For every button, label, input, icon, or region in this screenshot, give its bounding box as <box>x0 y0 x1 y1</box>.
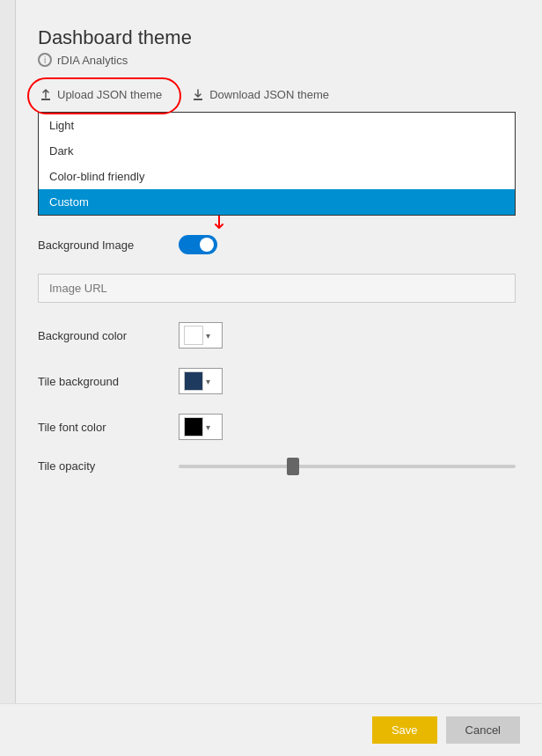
background-color-chevron: ▾ <box>206 331 210 341</box>
background-color-swatch <box>184 326 203 345</box>
toggle-thumb <box>200 238 214 252</box>
tile-background-label: Tile background <box>38 375 179 388</box>
background-color-label: Background color <box>38 329 179 342</box>
left-strip <box>0 0 16 756</box>
image-url-input[interactable] <box>38 274 516 303</box>
dropdown-list: Light Dark Color-blind friendly Custom <box>38 112 516 216</box>
tile-font-color-swatch <box>184 417 203 437</box>
save-button[interactable]: Save <box>372 716 437 744</box>
page-title: Dashboard theme <box>38 26 516 49</box>
main-content: Dashboard theme i rDIA Analytics Upload … <box>16 0 542 756</box>
tile-font-color-row: Tile font color ▾ <box>38 414 516 440</box>
cancel-button[interactable]: Cancel <box>446 716 520 744</box>
upload-icon <box>40 89 52 101</box>
background-image-toggle[interactable] <box>179 235 217 254</box>
upload-json-button[interactable]: Upload JSON theme <box>38 84 164 105</box>
red-arrow-annotation <box>214 216 224 235</box>
dropdown-item-light[interactable]: Light <box>39 113 515 138</box>
background-image-label: Background Image <box>38 239 179 252</box>
title-section: Dashboard theme i rDIA Analytics <box>38 26 516 67</box>
tile-font-color-label: Tile font color <box>38 421 179 434</box>
background-color-row: Background color ▾ <box>38 322 516 349</box>
tile-opacity-thumb <box>287 458 299 475</box>
info-icon: i <box>38 53 52 67</box>
page-container: Dashboard theme i rDIA Analytics Upload … <box>0 0 542 756</box>
bottom-bar: Save Cancel <box>0 703 542 756</box>
tile-opacity-slider-container <box>179 465 516 468</box>
subtitle-text: rDIA Analytics <box>57 54 128 67</box>
download-icon <box>192 89 204 101</box>
dropdown-item-dark[interactable]: Dark <box>39 138 515 164</box>
tile-background-picker[interactable]: ▾ <box>179 368 223 394</box>
download-json-button[interactable]: Download JSON theme <box>190 84 331 105</box>
tile-font-color-picker[interactable]: ▾ <box>179 414 223 440</box>
background-image-row: Background Image <box>38 235 516 254</box>
toolbar: Upload JSON theme Download JSON theme <box>38 84 516 105</box>
tile-background-swatch <box>184 371 203 391</box>
subtitle-row: i rDIA Analytics <box>38 53 516 67</box>
image-url-row <box>38 274 516 303</box>
tile-opacity-row: Tile opacity <box>38 459 516 473</box>
dropdown-container: Light Dark Color-blind friendly Custom <box>38 112 516 216</box>
tile-font-color-chevron: ▾ <box>206 422 210 432</box>
form-section: Background Image Background color ▾ <box>38 235 516 473</box>
tile-opacity-slider-track <box>179 465 516 468</box>
tile-opacity-label: Tile opacity <box>38 459 179 473</box>
dropdown-item-custom[interactable]: Custom <box>39 189 515 215</box>
tile-background-row: Tile background ▾ <box>38 368 516 394</box>
background-color-picker[interactable]: ▾ <box>179 322 223 349</box>
dropdown-item-colorblind[interactable]: Color-blind friendly <box>39 164 515 189</box>
tile-background-chevron: ▾ <box>206 377 210 386</box>
